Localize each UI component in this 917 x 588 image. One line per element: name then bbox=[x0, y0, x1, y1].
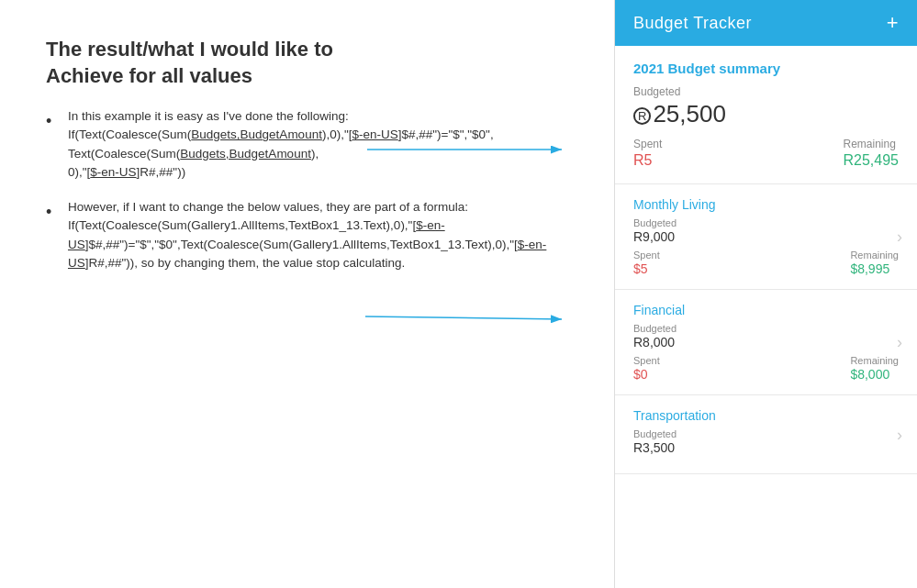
cat-budgeted-label: Budgeted bbox=[633, 428, 899, 439]
chevron-right-icon: › bbox=[897, 227, 902, 247]
summary-budgeted-amount: R25,500 bbox=[633, 100, 899, 128]
tracker-header: Budget Tracker + bbox=[615, 0, 917, 46]
chevron-right-icon: › bbox=[897, 333, 902, 352]
cat-spent-row: Spent $0 Remaining $8,000 bbox=[633, 355, 899, 382]
cat-spent-col: Spent $0 bbox=[633, 355, 660, 382]
cat-budgeted-amount: R8,000 bbox=[633, 335, 899, 349]
bullet-text: In this example it is easy as I've done … bbox=[68, 107, 568, 182]
summary-title: 2021 Budget summary bbox=[633, 61, 899, 76]
summary-spent-label: Spent bbox=[633, 138, 662, 150]
category-name: Financial bbox=[633, 303, 899, 317]
cat-remaining-label: Remaining bbox=[850, 250, 899, 261]
currency-circle: R bbox=[633, 107, 651, 125]
summary-remaining-label: Remaining bbox=[844, 138, 900, 150]
cat-spent-value: $0 bbox=[633, 367, 660, 382]
cat-remaining-col: Remaining $8,995 bbox=[850, 250, 899, 276]
summary-spent-remaining-row: Spent R5 Remaining R25,495 bbox=[633, 138, 899, 169]
bullet-list: • In this example it is easy as I've don… bbox=[46, 107, 568, 272]
cat-budgeted-amount: R3,500 bbox=[633, 440, 899, 455]
cat-spent-label: Spent bbox=[633, 250, 660, 261]
list-item: • In this example it is easy as I've don… bbox=[46, 107, 568, 182]
summary-remaining-col: Remaining R25,495 bbox=[844, 138, 900, 169]
summary-remaining-value: R25,495 bbox=[844, 152, 900, 169]
right-panel: Budget Tracker + 2021 Budget summary Bud… bbox=[614, 0, 917, 588]
cat-remaining-value: $8,995 bbox=[850, 261, 899, 276]
main-heading: The result/what I would like toAchieve f… bbox=[46, 37, 568, 89]
category-row-monthly-living[interactable]: › Monthly Living Budgeted R9,000 Spent $… bbox=[615, 184, 917, 290]
cat-spent-row: Spent $5 Remaining $8,995 bbox=[633, 250, 899, 276]
category-name: Transportation bbox=[633, 408, 899, 423]
summary-budgeted-label: Budgeted bbox=[633, 85, 899, 98]
cat-budgeted-label: Budgeted bbox=[633, 217, 899, 228]
bullet-text: However, if I want to change the below v… bbox=[68, 198, 568, 272]
bullet-dot: • bbox=[46, 200, 61, 225]
summary-spent-col: Spent R5 bbox=[633, 138, 662, 169]
cat-spent-label: Spent bbox=[633, 355, 660, 366]
category-row-financial[interactable]: › Financial Budgeted R8,000 Spent $0 Rem… bbox=[615, 290, 917, 395]
cat-budgeted-label: Budgeted bbox=[633, 323, 899, 334]
category-row-transportation[interactable]: › Transportation Budgeted R3,500 bbox=[615, 395, 917, 474]
chevron-right-icon: › bbox=[897, 425, 902, 444]
budget-summary-section: 2021 Budget summary Budgeted R25,500 Spe… bbox=[615, 46, 917, 184]
bullet-dot: • bbox=[46, 109, 61, 134]
cat-budgeted-amount: R9,000 bbox=[633, 229, 899, 244]
tracker-body: 2021 Budget summary Budgeted R25,500 Spe… bbox=[615, 46, 917, 588]
left-panel: The result/what I would like toAchieve f… bbox=[0, 0, 614, 588]
cat-remaining-label: Remaining bbox=[850, 355, 899, 366]
cat-remaining-value: $8,000 bbox=[850, 367, 899, 382]
category-name: Monthly Living bbox=[633, 197, 899, 212]
list-item: • However, if I want to change the below… bbox=[46, 198, 568, 272]
cat-spent-value: $5 bbox=[633, 261, 660, 276]
tracker-title: Budget Tracker bbox=[633, 14, 752, 33]
cat-remaining-col: Remaining $8,000 bbox=[850, 355, 899, 382]
cat-spent-col: Spent $5 bbox=[633, 250, 660, 276]
summary-spent-value: R5 bbox=[633, 152, 662, 169]
add-button[interactable]: + bbox=[887, 11, 899, 35]
